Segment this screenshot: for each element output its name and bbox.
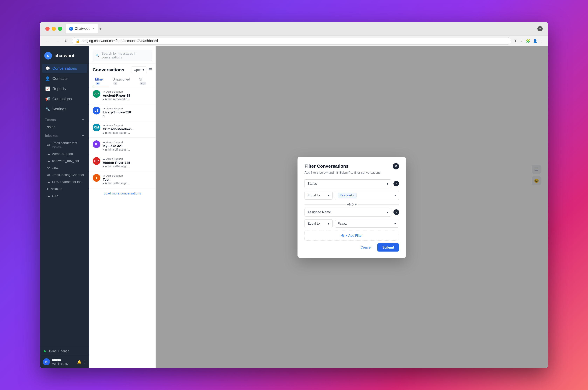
refresh-button[interactable]: ↻ (63, 38, 69, 44)
inbox-label-chatwoot-dev-bot: chatwoot_dev_bot (52, 159, 79, 163)
conv-name-6: Test (103, 178, 152, 182)
filter-row-2: Assignee Name ▾ × (304, 208, 399, 217)
conversation-tabs: Mine 6 Unassigned 7 All 326 (89, 75, 155, 87)
status-label: Online (48, 349, 56, 353)
tab-mine-label: Mine (95, 78, 103, 81)
user-avatar: N (43, 358, 50, 365)
filter2-field-label: Assignee Name (307, 210, 331, 214)
add-filter-button[interactable]: ⊕ + Add Filter (304, 231, 399, 241)
user-menu-icon[interactable]: ⋮ (83, 360, 86, 364)
filter-row-1b: Equal to ▾ Resolved × ▾ (304, 191, 399, 200)
add-inbox-button[interactable]: + (82, 133, 84, 138)
cloud-icon: ☁ (47, 152, 50, 156)
status-icon-5: ● (103, 165, 104, 168)
back-button[interactable]: ← (44, 38, 51, 44)
remove-filter1-button[interactable]: × (393, 181, 399, 187)
contacts-icon: 👤 (45, 76, 50, 81)
active-tab[interactable]: C Chatwoot × (66, 24, 98, 33)
address-bar[interactable]: 🔒 staging.chatwoot.com/app/accounts/3/da… (72, 37, 511, 45)
conversation-item-1[interactable]: AP ☁ Acme Support Ancient-Paper-68 ● nit… (89, 87, 155, 104)
tab-all-label: All (139, 78, 142, 81)
submit-button[interactable]: Submit (377, 243, 399, 251)
sidebar-item-campaigns[interactable]: 📢 Campaigns (42, 94, 87, 104)
filter1-op-chevron-icon: ▾ (328, 193, 330, 197)
sidebar-inbox-sdk-ios[interactable]: ☁ SDK channel for ios (42, 178, 87, 185)
sidebar-inbox-gitx2[interactable]: ☁ GitX (42, 192, 87, 199)
filter-conversations-modal: Filter Conversations × Add filters below… (297, 157, 406, 258)
filter2-operator-dropdown[interactable]: Equal to ▾ (304, 219, 333, 228)
user-actions: 🔔 ⋮ (77, 360, 86, 364)
sidebar-item-sales-team[interactable]: sales (42, 124, 87, 130)
conv-preview-2: hi (103, 114, 152, 118)
filter2-field-dropdown[interactable]: Assignee Name ▾ (304, 208, 391, 217)
maximize-window-button[interactable] (58, 27, 62, 31)
modal-close-button[interactable]: × (393, 163, 399, 169)
browser-window: C Chatwoot × + ● ← → ↻ 🔒 staging.chatwoo… (40, 22, 548, 368)
notification-bell-icon[interactable]: 🔔 (77, 360, 81, 364)
sidebar-inbox-email-sender-test[interactable]: ✉ Email sender testTejaswini (42, 140, 87, 150)
cancel-button[interactable]: Cancel (357, 243, 375, 251)
conv-inbox-5: ☁ Acme Support (103, 157, 123, 160)
sidebar-inbox-pickcute[interactable]: f Pickcute (42, 185, 87, 192)
extension-icon[interactable]: 🧩 (526, 39, 530, 43)
sidebar-item-reports[interactable]: 📈 Reports (42, 84, 87, 94)
inboxes-label: Inboxes (45, 134, 58, 138)
inbox-icon-1: ☁ (103, 90, 105, 93)
sidebar-status-bar: Online Change (40, 347, 89, 355)
search-area: 🔍 Search for messages in conversations (89, 46, 155, 63)
close-window-button[interactable] (45, 27, 49, 31)
sidebar-inbox-chatwoot-dev-bot[interactable]: ☁ chatwoot_dev_bot (42, 157, 87, 164)
filter1-operator-dropdown[interactable]: Equal to ▾ (304, 191, 333, 199)
conversation-item-2[interactable]: LS ☁ Acme Support Lively-Smoke-516 hi (89, 104, 155, 121)
sidebar-label-campaigns: Campaigns (52, 97, 72, 101)
star-icon[interactable]: ☆ (520, 39, 523, 43)
filter2-value-field[interactable]: Fayaz ▾ (335, 220, 399, 228)
filter1-chip-label: Resolved (340, 194, 352, 197)
filter-icon[interactable]: ☰ (148, 68, 152, 72)
conversation-item-3[interactable]: CM ☁ Acme Support Crimson-Meadow-... ● n… (89, 121, 155, 138)
search-box[interactable]: 🔍 Search for messages in conversations (93, 50, 152, 61)
conversations-panel: 🔍 Search for messages in conversations C… (89, 46, 156, 368)
status-dropdown[interactable]: Open ▾ (131, 66, 147, 73)
inbox-icon-2: ☁ (103, 107, 105, 110)
modal-subtitle: Add filters below and hit 'Submit' to fi… (304, 171, 399, 175)
conversation-item-5[interactable]: HR ☁ Acme Support Hidden-River-725 ● nit… (89, 154, 155, 171)
conversation-item-4[interactable]: IL ☁ Acme Support Icy-Lake-321 ● nithin … (89, 138, 155, 154)
search-icon: 🔍 (96, 53, 100, 58)
tab-mine[interactable]: Mine 6 (93, 76, 109, 87)
inbox-icon-4: ☁ (103, 140, 105, 144)
tab-close-button[interactable]: × (93, 27, 94, 30)
sidebar-inbox-acme-support[interactable]: ☁ Acme Support (42, 150, 87, 157)
filter1-value-field[interactable]: Resolved × ▾ (335, 191, 399, 200)
logo-icon: c (44, 52, 52, 59)
tab-all[interactable]: All 326 (136, 76, 152, 87)
sidebar-item-conversations[interactable]: 💬 Conversations (42, 64, 87, 73)
browser-menu-icon: ● (538, 26, 543, 31)
remove-filter2-button[interactable]: × (393, 209, 399, 215)
sidebar-item-contacts[interactable]: 👤 Contacts (42, 74, 87, 83)
filter1-field-dropdown[interactable]: Status ▾ (304, 179, 391, 188)
tab-unassigned[interactable]: Unassigned 7 (110, 76, 136, 87)
sidebar-inbox-gitx[interactable]: ⚙ GitX (42, 164, 87, 171)
conv-body-2: ☁ Acme Support Lively-Smoke-516 hi (103, 107, 152, 118)
forward-button[interactable]: → (54, 38, 60, 44)
share-icon[interactable]: ⬆ (514, 39, 517, 43)
modal-title: Filter Conversations (304, 163, 348, 169)
facebook-icon: f (47, 187, 48, 191)
conversations-actions: Open ▾ ☰ (131, 66, 152, 73)
profile-icon[interactable]: 👤 (533, 39, 538, 43)
filter1-chip-remove[interactable]: × (353, 194, 355, 197)
and-chevron-icon: ▾ (355, 203, 357, 206)
new-tab-button[interactable]: + (99, 26, 102, 31)
sidebar-inbox-email-testing-channel[interactable]: ✉ Email testing Channel (42, 171, 87, 178)
conversations-title: Conversations (93, 67, 124, 73)
conversation-item-6[interactable]: T ☁ Acme Support Test ● nithin self-assi… (89, 171, 155, 188)
change-status-button[interactable]: Change (58, 349, 69, 353)
more-icon[interactable]: ⋮ (540, 39, 544, 43)
filter1-chevron-icon: ▾ (387, 182, 388, 186)
load-more-button[interactable]: Load more conversations (89, 188, 155, 199)
add-team-button[interactable]: + (82, 117, 84, 122)
add-filter-label: + Add Filter (346, 234, 363, 238)
minimize-window-button[interactable] (52, 27, 56, 31)
sidebar-item-settings[interactable]: 🔧 Settings (42, 104, 87, 114)
